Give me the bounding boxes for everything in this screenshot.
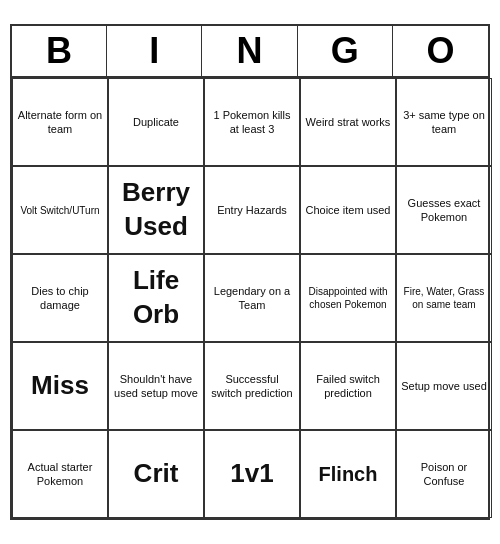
- bingo-cell-8[interactable]: Choice item used: [300, 166, 396, 254]
- bingo-cell-20[interactable]: Actual starter Pokemon: [12, 430, 108, 518]
- bingo-grid: Alternate form on teamDuplicate1 Pokemon…: [12, 78, 488, 518]
- bingo-cell-11[interactable]: Life Orb: [108, 254, 204, 342]
- bingo-cell-12[interactable]: Legendary on a Team: [204, 254, 300, 342]
- bingo-cell-16[interactable]: Shouldn't have used setup move: [108, 342, 204, 430]
- bingo-cell-13[interactable]: Disappointed with chosen Pokemon: [300, 254, 396, 342]
- bingo-header: B I N G O: [12, 26, 488, 78]
- bingo-cell-19[interactable]: Setup move used: [396, 342, 492, 430]
- bingo-cell-3[interactable]: Weird strat works: [300, 78, 396, 166]
- bingo-cell-2[interactable]: 1 Pokemon kills at least 3: [204, 78, 300, 166]
- bingo-cell-1[interactable]: Duplicate: [108, 78, 204, 166]
- bingo-cell-9[interactable]: Guesses exact Pokemon: [396, 166, 492, 254]
- bingo-cell-23[interactable]: Flinch: [300, 430, 396, 518]
- bingo-cell-21[interactable]: Crit: [108, 430, 204, 518]
- bingo-cell-6[interactable]: Berry Used: [108, 166, 204, 254]
- header-o: O: [393, 26, 488, 76]
- header-g: G: [298, 26, 393, 76]
- bingo-cell-10[interactable]: Dies to chip damage: [12, 254, 108, 342]
- bingo-cell-0[interactable]: Alternate form on team: [12, 78, 108, 166]
- header-n: N: [202, 26, 297, 76]
- bingo-cell-22[interactable]: 1v1: [204, 430, 300, 518]
- bingo-cell-15[interactable]: Miss: [12, 342, 108, 430]
- bingo-cell-4[interactable]: 3+ same type on team: [396, 78, 492, 166]
- bingo-cell-18[interactable]: Failed switch prediction: [300, 342, 396, 430]
- header-b: B: [12, 26, 107, 76]
- bingo-cell-5[interactable]: Volt Switch/UTurn: [12, 166, 108, 254]
- bingo-cell-7[interactable]: Entry Hazards: [204, 166, 300, 254]
- bingo-cell-14[interactable]: Fire, Water, Grass on same team: [396, 254, 492, 342]
- bingo-card: B I N G O Alternate form on teamDuplicat…: [10, 24, 490, 520]
- bingo-cell-17[interactable]: Successful switch prediction: [204, 342, 300, 430]
- header-i: I: [107, 26, 202, 76]
- bingo-cell-24[interactable]: Poison or Confuse: [396, 430, 492, 518]
